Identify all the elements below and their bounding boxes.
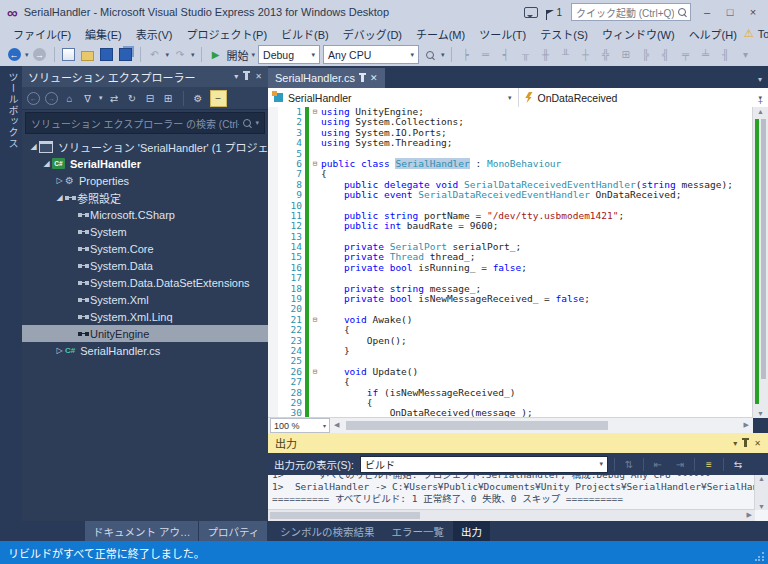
scrollbar-thumb[interactable]: [270, 512, 420, 519]
properties-pages-button[interactable]: ⊞: [162, 92, 175, 105]
tree-item-system-data[interactable]: System.Data: [22, 257, 268, 274]
tool-tab-エラ-一覧[interactable]: エラー一覧: [384, 521, 453, 541]
find-in-files-button[interactable]: [422, 47, 438, 63]
center-vertical-icon[interactable]: ╫: [538, 47, 554, 63]
menu-item[interactable]: ヘルプ(H): [682, 24, 744, 44]
tab-order-icon[interactable]: ╢: [718, 47, 734, 63]
menu-item[interactable]: デバッグ(D): [336, 24, 409, 44]
breakpoint-margin[interactable]: [268, 128, 278, 138]
refresh-button[interactable]: ↻: [126, 92, 139, 105]
start-debug-button[interactable]: ▶: [208, 47, 224, 63]
menu-item[interactable]: プロジェクト(P): [179, 24, 274, 44]
open-file-button[interactable]: [80, 47, 96, 63]
breakpoint-margin[interactable]: [268, 273, 278, 283]
output-horizontal-scrollbar[interactable]: ▶: [268, 509, 755, 521]
pin-icon[interactable]: [744, 440, 747, 447]
menu-item[interactable]: チーム(M): [409, 24, 472, 44]
find-message-button[interactable]: ⇅: [621, 456, 637, 472]
tree-item-serialhandler-cs[interactable]: ▷C#SerialHandler.cs: [22, 342, 268, 359]
code-line[interactable]: 16 private bool isRunning_ = false;: [268, 263, 753, 273]
clear-all-button[interactable]: ≡: [701, 456, 717, 472]
expander-icon[interactable]: ▷: [54, 176, 65, 185]
same-height-icon[interactable]: ⊞: [618, 47, 634, 63]
window-position-button[interactable]: ▾: [234, 72, 238, 81]
account-menu[interactable]: ⚠ TomoSoft ▾: [744, 27, 768, 40]
scrollbar-thumb[interactable]: [346, 421, 608, 430]
minimize-button[interactable]: –: [700, 6, 714, 18]
toolbar-overflow-button[interactable]: ▾: [441, 51, 445, 59]
breakpoint-margin[interactable]: [268, 201, 278, 211]
scroll-left-icon[interactable]: ◀: [334, 421, 339, 429]
save-all-button[interactable]: [118, 47, 134, 63]
tool-tab-プロパティ[interactable]: プロパティ: [199, 521, 267, 541]
tree-item-system-core[interactable]: System.Core: [22, 240, 268, 257]
document-tab-serialhandler-cs[interactable]: SerialHandler.cs ✕: [268, 68, 385, 88]
quick-launch-box[interactable]: クイック起動 (Ctrl+Q): [571, 3, 691, 21]
menu-item[interactable]: ウィンドウ(W): [595, 24, 682, 44]
redo-dropdown[interactable]: ▾: [191, 51, 195, 59]
close-tab-icon[interactable]: ✕: [370, 73, 378, 83]
breakpoint-margin[interactable]: [268, 263, 278, 273]
code-editor[interactable]: 1⊟using UnityEngine;2using System.Collec…: [268, 107, 753, 418]
scroll-down-icon[interactable]: ▼: [753, 410, 768, 417]
solution-configuration-combo[interactable]: Debug ▾: [258, 45, 320, 64]
pin-icon[interactable]: [361, 75, 364, 82]
back-button[interactable]: ←: [27, 92, 40, 105]
outline-margin[interactable]: ⊟: [309, 159, 321, 169]
menu-item[interactable]: ツール(T): [472, 24, 533, 44]
close-button[interactable]: ×: [746, 6, 760, 18]
filter-dropdown[interactable]: ▾: [99, 94, 103, 102]
code-line[interactable]: 24 }: [268, 346, 753, 356]
tree-item-unityengine[interactable]: UnityEngine: [22, 325, 268, 342]
properties-wrench-icon[interactable]: ⚙: [192, 92, 205, 105]
breakpoint-margin[interactable]: [268, 252, 278, 262]
align-left-icon[interactable]: ┝: [458, 47, 474, 63]
breakpoint-margin[interactable]: [268, 294, 278, 304]
editor-horizontal-scrollbar[interactable]: ◀ ▶: [330, 418, 753, 433]
same-size-icon[interactable]: ╬: [598, 47, 614, 63]
resize-grip[interactable]: [755, 551, 765, 561]
code-line[interactable]: 12 public int baudRate = 9600;: [268, 221, 753, 231]
outline-margin[interactable]: ⊟: [309, 315, 321, 325]
expander-icon[interactable]: ◢: [41, 159, 52, 168]
tree-item-serialhandler[interactable]: ◢C#SerialHandler: [22, 155, 268, 172]
breakpoint-margin[interactable]: [268, 336, 278, 346]
output-source-combo[interactable]: ビルド ▾: [360, 456, 608, 473]
sync-with-active-document-button[interactable]: ⇄: [108, 92, 121, 105]
menu-item[interactable]: 表示(V): [129, 24, 180, 44]
notifications-button[interactable]: 1: [547, 7, 562, 18]
breakpoint-margin[interactable]: [268, 315, 278, 325]
solution-platform-combo[interactable]: Any CPU ▾: [323, 45, 419, 64]
tree-item-microsoft-csharp[interactable]: Microsoft.CSharp: [22, 206, 268, 223]
breakpoint-margin[interactable]: [268, 190, 278, 200]
code-line[interactable]: 9 public event SerialDataReceivedEventHa…: [268, 190, 753, 200]
outline-margin[interactable]: ⊟: [309, 367, 321, 377]
code-line[interactable]: 19 private bool isNewMessageReceived_ = …: [268, 294, 753, 304]
search-options-dropdown[interactable]: ▾: [255, 119, 259, 127]
menu-item[interactable]: 編集(E): [78, 24, 129, 44]
breakpoint-margin[interactable]: [268, 377, 278, 387]
start-debug-label[interactable]: 開始: [227, 47, 249, 63]
breakpoint-margin[interactable]: [268, 221, 278, 231]
maximize-button[interactable]: □: [723, 6, 737, 18]
close-panel-button[interactable]: ✕: [754, 439, 761, 448]
toolbox-tab[interactable]: ツールボックス: [5, 66, 20, 149]
horizontal-spacing-icon[interactable]: ╠: [638, 47, 654, 63]
breakpoint-margin[interactable]: [268, 232, 278, 242]
close-panel-button[interactable]: ✕: [255, 72, 262, 81]
tree-item--serialhandler-1-[interactable]: ◢ソリューション 'SerialHandler' (1 プロジェクト): [22, 138, 268, 155]
tab-overflow-button[interactable]: ▾: [758, 75, 768, 88]
tool-tab-ドキュメント-アウ-[interactable]: ドキュメント アウ…: [85, 521, 198, 541]
bring-front-icon[interactable]: ╤: [678, 47, 694, 63]
start-debug-dropdown[interactable]: ▾: [252, 51, 256, 59]
breakpoint-margin[interactable]: [268, 367, 278, 377]
tree-item-system-data-datasetextensions[interactable]: System.Data.DataSetExtensions: [22, 274, 268, 291]
tool-tab-出力[interactable]: 出力: [453, 521, 490, 541]
solution-explorer-search-box[interactable]: ソリューション エクスプローラー の検索 (Ctrl+;) ▾: [25, 112, 265, 134]
redo-button[interactable]: ↷: [172, 47, 188, 63]
expander-icon[interactable]: ◢: [54, 193, 65, 202]
tree-item-system[interactable]: System: [22, 223, 268, 240]
same-width-icon[interactable]: ┼: [578, 47, 594, 63]
output-vertical-scrollbar[interactable]: ▲ ▼: [754, 475, 768, 510]
preview-selected-items-toggle[interactable]: –: [210, 90, 227, 107]
